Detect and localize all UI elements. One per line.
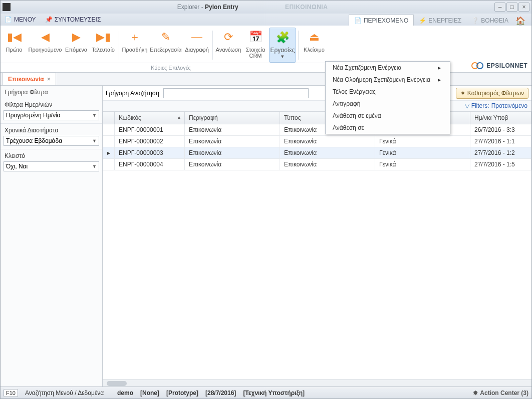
ribbon-next[interactable]: ▶Επόμενο [63, 28, 90, 63]
doc-tab-communication[interactable]: Επικοινωνία × [3, 73, 56, 85]
dropdown-item[interactable]: Ανάθεση σε [326, 122, 450, 134]
logo: EPSILONNET [470, 61, 527, 70]
ribbon-tasks[interactable]: 🧩Εργασίες▾ [269, 28, 296, 63]
ribbon-group-label: Κύριες Επιλογές [1, 63, 328, 72]
ribbon-prev[interactable]: ◀Προηγούμενο [28, 28, 63, 63]
title-context: ΕΠΙΚΟΙΝΩΝΙΑ [285, 4, 328, 11]
ribbon-last[interactable]: ▶▮Τελευταίο [90, 28, 117, 63]
filters-note[interactable]: ▽ Filters: Προτεινόμενο [103, 101, 531, 111]
eject-icon: ⏏ [309, 31, 320, 44]
status-proto: [Prototype] [166, 389, 198, 396]
home-icon [515, 18, 525, 25]
table-row[interactable]: ΕΝΡΓ-00000001ΕπικοινωνίαΕπικοινωνίαΓενικ… [103, 124, 531, 136]
last-icon: ▶▮ [96, 31, 111, 44]
closed-label: Κλειστό [1, 149, 102, 160]
next-icon: ▶ [72, 31, 81, 44]
ribbon-first[interactable]: ▮◀Πρώτο [1, 28, 28, 63]
status-none: [None] [140, 389, 159, 396]
sort-asc-icon: ▲ [177, 115, 181, 120]
menu-icon [5, 16, 12, 23]
chevron-down-icon: ▼ [92, 164, 97, 169]
time-ranges-label: Χρονικά Διαστήματα [1, 123, 102, 135]
ribbon-tab-content[interactable]: ΠΕΡΙΕΧΟΜΕΝΟ [349, 15, 414, 26]
table-row[interactable]: ΕΝΡΓ-00000004ΕπικοινωνίαΕπικοινωνίαΓενικ… [103, 159, 531, 170]
column-header[interactable]: Περιγραφή [185, 112, 280, 124]
chevron-right-icon: ▸ [438, 76, 441, 83]
column-header[interactable]: Ημ/νια Υποβ [470, 112, 531, 124]
pencil-icon: ✎ [161, 31, 170, 44]
cell: ΕΝΡΓ-00000002 [115, 136, 185, 147]
status-support: [Τεχνική Υποστήριξη] [243, 389, 305, 396]
row-indicator [103, 124, 115, 136]
titlebar: Explorer - Pylon Entry ΕΠΙΚΟΙΝΩΝΙΑ – □ × [1, 1, 531, 14]
home-button[interactable] [513, 15, 527, 26]
first-icon: ▮◀ [7, 31, 22, 44]
cell: ΕΝΡΓ-00000003 [115, 147, 185, 159]
maximize-button[interactable]: □ [506, 3, 517, 12]
sidebar-quickfilters-header: Γρήγορα Φίλτρα [1, 86, 102, 98]
data-grid[interactable]: Κωδικός▲ΠεριγραφήΤύποςΗμ/νια Υποβ ΕΝΡΓ-0… [103, 111, 531, 379]
dropdown-item[interactable]: Νέα Σχετιζόμενη Ενέργεια▸ [326, 62, 450, 74]
menu-button[interactable]: ΜΕΝΟΥ [5, 16, 36, 23]
quick-search-bar: Γρήγορη Αναζήτηση ✶Καθαρισμός Φίλτρων [103, 86, 531, 101]
ribbon-crm[interactable]: 📅Στοιχεία CRM [242, 28, 269, 63]
ribbon-tab-actions[interactable]: ΕΝΕΡΓΕΙΕΣ [414, 15, 466, 26]
title-prefix: Explorer - [177, 4, 205, 11]
chevron-down-icon: ▼ [92, 113, 97, 118]
sidebar: Γρήγορα Φίλτρα Φίλτρα Ημερ/νιών Προγρ/σμ… [1, 86, 103, 386]
cell: Επικοινωνία [280, 159, 375, 170]
column-header[interactable]: Κωδικός▲ [115, 112, 185, 124]
table-row[interactable]: ΕΝΡΓ-00000002ΕπικοινωνίαΕπικοινωνίαΓενικ… [103, 136, 531, 147]
cell: Γενικά [375, 159, 470, 170]
funnel-icon: ▽ [465, 102, 469, 109]
closed-combo[interactable]: Όχι, Ναι▼ [4, 161, 99, 171]
pin-icon [45, 16, 53, 23]
ribbon-refresh[interactable]: ⟳Ανανέωση [215, 28, 242, 63]
chevron-right-icon: ▸ [438, 64, 441, 71]
time-range-combo[interactable]: Τρέχουσα Εβδομάδα▼ [4, 136, 99, 146]
broom-icon: ✶ [460, 90, 465, 97]
cell: Επικοινωνία [280, 136, 375, 147]
status-date: [28/7/2016] [205, 389, 236, 396]
status-user: demo [117, 389, 133, 396]
cell: 27/7/2016 - 1:5 [470, 159, 531, 170]
close-window-button[interactable]: × [518, 3, 529, 12]
cell: Επικοινωνία [185, 124, 280, 136]
quick-search-input[interactable] [163, 88, 309, 98]
dropdown-item[interactable]: Νέα Ολοήμερη Σχετιζόμενη Ενέργεια▸ [326, 74, 450, 86]
table-row[interactable]: ▸ΕΝΡΓ-00000003ΕπικοινωνίαΕπικοινωνίαΓενι… [103, 147, 531, 159]
ribbon-edit[interactable]: ✎Επεξεργασία [148, 28, 183, 63]
cell: Επικοινωνία [280, 147, 375, 159]
ribbon-tab-help[interactable]: ΒΟΗΘΕΙΑ [466, 15, 513, 26]
date-filter-combo[interactable]: Προγρ/σμένη Ημ/νία▼ [4, 110, 99, 120]
ribbon-close[interactable]: ⏏Κλείσιμο [301, 28, 328, 63]
horizontal-scrollbar[interactable] [103, 379, 531, 386]
clear-filters-button[interactable]: ✶Καθαρισμός Φίλτρων [456, 88, 528, 99]
tasks-dropdown: Νέα Σχετιζόμενη Ενέργεια▸Νέα Ολοήμερη Σχ… [325, 61, 450, 134]
dropdown-item[interactable]: Τέλος Ενέργειας [326, 86, 450, 98]
cell: 26/7/2016 - 3:3 [470, 124, 531, 136]
menubar: ΜΕΝΟΥ ΣΥΝΤΟΜΕΥΣΕΙΣ ΠΕΡΙΕΧΟΜΕΝΟ ΕΝΕΡΓΕΙΕΣ… [1, 14, 531, 26]
cell: Επικοινωνία [185, 159, 280, 170]
minimize-button[interactable]: – [494, 3, 505, 12]
cell: ΕΝΡΓ-00000004 [115, 159, 185, 170]
doc-tab-close-icon[interactable]: × [47, 76, 51, 83]
ribbon-delete[interactable]: —Διαγραφή [183, 28, 210, 63]
status-search-hint[interactable]: Αναζήτηση Μενού / Δεδομένα [25, 389, 110, 396]
ribbon-add[interactable]: ＋Προσθήκη [121, 28, 148, 63]
dropdown-item[interactable]: Ανάθεση σε εμένα [326, 110, 450, 122]
document-tabs: Επικοινωνία × [1, 73, 531, 86]
puzzle-icon: 🧩 [276, 31, 290, 44]
title-app: Pylon Entry [205, 4, 238, 11]
cell: ΕΝΡΓ-00000001 [115, 124, 185, 136]
dropdown-item[interactable]: Αντιγραφή [326, 98, 450, 110]
action-center-button[interactable]: ✸ Action Center (3) [473, 389, 528, 396]
date-filters-label: Φίλτρα Ημερ/νιών [1, 98, 102, 109]
cell: Επικοινωνία [185, 136, 280, 147]
doc-icon [354, 17, 362, 24]
chevron-down-icon: ▼ [92, 138, 97, 143]
shortcuts-button[interactable]: ΣΥΝΤΟΜΕΥΣΕΙΣ [45, 16, 101, 23]
cell: 27/7/2016 - 1:2 [470, 147, 531, 159]
bolt-icon [419, 17, 426, 24]
plus-icon: ＋ [129, 31, 140, 44]
